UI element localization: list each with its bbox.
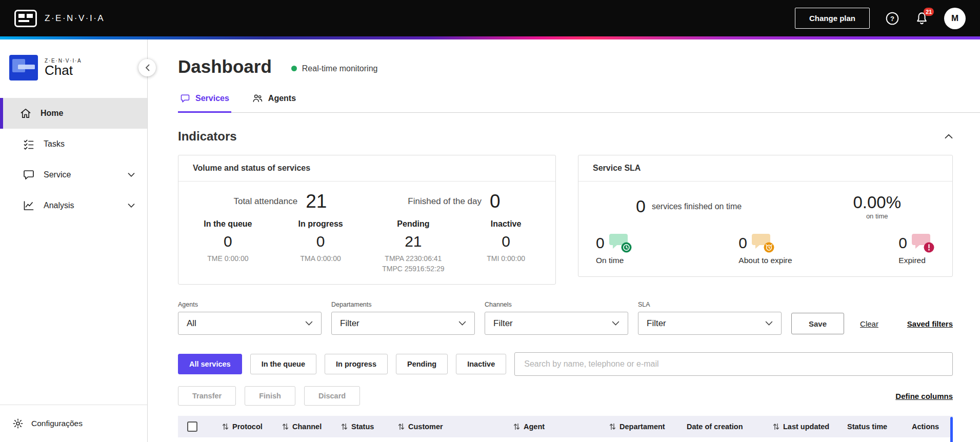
column-status[interactable]: Status bbox=[341, 423, 398, 431]
finish-button[interactable]: Finish bbox=[245, 386, 295, 406]
gear-icon bbox=[12, 418, 24, 429]
sla-percent-value: 0.00% bbox=[853, 193, 901, 212]
chevron-down-icon bbox=[128, 204, 135, 208]
column-label: Status time bbox=[847, 423, 887, 431]
change-plan-button[interactable]: Change plan bbox=[795, 8, 870, 29]
select-all-checkbox[interactable] bbox=[187, 421, 197, 432]
tab-inactive[interactable]: Inactive bbox=[456, 354, 506, 374]
sla-card-title: Service SLA bbox=[578, 155, 952, 182]
clear-filters-link[interactable]: Clear bbox=[860, 319, 878, 328]
column-last-updated[interactable]: Last updated bbox=[773, 423, 847, 431]
chat-product-logo: Z·E·N·V·I·A Chat bbox=[9, 55, 147, 81]
sla-item-value: 0 bbox=[898, 234, 907, 252]
about-to-expire-icon bbox=[750, 232, 775, 254]
select-value: Filter bbox=[340, 318, 359, 329]
tab-label: Services bbox=[195, 94, 229, 103]
chat-logo-product-text: Chat bbox=[45, 64, 82, 77]
brand-name: Z·E·N·V·I·A bbox=[45, 13, 105, 24]
zenvia-brand: Z·E·N·V·I·A bbox=[14, 10, 105, 27]
column-date-of-creation[interactable]: Date of creation bbox=[687, 423, 773, 431]
stat-value: 0 bbox=[459, 233, 552, 250]
column-label: Departament bbox=[619, 423, 665, 431]
sidebar-collapse-button[interactable] bbox=[138, 59, 156, 76]
saved-filters-link[interactable]: Saved filters bbox=[907, 319, 953, 328]
transfer-button[interactable]: Transfer bbox=[178, 386, 236, 406]
user-avatar[interactable]: M bbox=[944, 8, 966, 29]
volume-status-card: Volume and status of services Total atte… bbox=[178, 155, 556, 285]
indicators-section-title: Indicators bbox=[178, 129, 237, 144]
column-customer[interactable]: Customer bbox=[398, 423, 513, 431]
analysis-icon bbox=[23, 199, 35, 212]
tab-all-services[interactable]: All services bbox=[178, 354, 242, 374]
search-input[interactable] bbox=[514, 352, 953, 376]
tab-in-the-queue[interactable]: In the queue bbox=[250, 354, 316, 374]
sidebar-item-settings[interactable]: Configurações bbox=[0, 405, 147, 442]
tab-agents[interactable]: Agents bbox=[250, 93, 298, 113]
service-icon bbox=[23, 169, 35, 181]
agents-select[interactable]: All bbox=[178, 312, 322, 335]
sidebar-item-home[interactable]: Home bbox=[0, 98, 147, 129]
total-attendance: Total attendance 21 bbox=[233, 191, 327, 212]
sort-icon bbox=[609, 423, 616, 430]
tab-label: Agents bbox=[268, 94, 296, 103]
help-button[interactable]: ? bbox=[885, 11, 899, 26]
sla-finished-label: services finished on time bbox=[652, 202, 742, 211]
column-actions: Actions bbox=[912, 423, 953, 431]
sidebar-item-analysis[interactable]: Analysis bbox=[0, 190, 147, 221]
home-icon bbox=[19, 107, 32, 119]
agents-icon bbox=[252, 93, 263, 104]
save-filters-button[interactable]: Save bbox=[791, 313, 844, 334]
sidebar-item-label: Tasks bbox=[44, 139, 65, 149]
sla-finished-on-time: 0 services finished on time bbox=[636, 196, 742, 216]
tab-services[interactable]: Services bbox=[178, 93, 231, 113]
indicators-collapse-button[interactable] bbox=[945, 134, 953, 139]
total-attendance-label: Total attendance bbox=[233, 196, 297, 207]
monitoring-label: Real-time monitoring bbox=[302, 64, 378, 73]
column-departament[interactable]: Departament bbox=[609, 423, 687, 431]
sidebar-item-service[interactable]: Service bbox=[0, 159, 147, 190]
tab-pending[interactable]: Pending bbox=[396, 354, 448, 374]
settings-label: Configurações bbox=[31, 419, 83, 428]
sidebar-item-tasks[interactable]: Tasks bbox=[0, 129, 147, 159]
column-label: Actions bbox=[912, 423, 939, 431]
select-value: All bbox=[187, 318, 196, 329]
filter-sla: SLA Filter bbox=[638, 301, 782, 335]
column-channel[interactable]: Channel bbox=[282, 423, 341, 431]
stat-sub: TME 0:00:00 bbox=[182, 254, 274, 263]
sort-icon bbox=[341, 423, 348, 430]
departaments-select[interactable]: Filter bbox=[331, 312, 475, 335]
stat-sub: TMA 0:00:00 bbox=[274, 254, 367, 263]
notifications-button[interactable]: 21 bbox=[915, 11, 929, 25]
discard-button[interactable]: Discard bbox=[304, 386, 360, 406]
on-time-icon bbox=[608, 232, 632, 254]
tab-in-progress[interactable]: In progress bbox=[325, 354, 388, 374]
total-attendance-value: 21 bbox=[306, 191, 327, 212]
sla-select[interactable]: Filter bbox=[638, 312, 782, 335]
define-columns-link[interactable]: Define columns bbox=[895, 392, 953, 400]
svg-text:?: ? bbox=[890, 15, 894, 23]
main-content: Dashboard Real-time monitoring Services … bbox=[148, 39, 980, 442]
stat-pending: Pending 21 TMPA 2230:06:41 TMPC 25916:52… bbox=[367, 219, 460, 273]
filter-label: Agents bbox=[178, 301, 322, 308]
zenvia-logo-icon bbox=[14, 10, 37, 27]
stat-value: 0 bbox=[274, 233, 367, 250]
column-status-time[interactable]: Status time bbox=[847, 423, 912, 431]
column-protocol[interactable]: Protocol bbox=[222, 423, 282, 431]
notification-count-badge: 21 bbox=[924, 8, 934, 16]
channels-select[interactable]: Filter bbox=[485, 312, 628, 335]
finished-value: 0 bbox=[490, 191, 501, 212]
table-scrollbar[interactable] bbox=[950, 417, 953, 442]
sort-icon bbox=[513, 423, 520, 430]
chat-logo-icon bbox=[9, 55, 38, 81]
chevron-down-icon bbox=[612, 321, 619, 326]
sidebar-item-label: Service bbox=[44, 170, 71, 179]
volume-card-title: Volume and status of services bbox=[178, 155, 555, 182]
chevron-down-icon bbox=[128, 173, 135, 177]
column-agent[interactable]: Agent bbox=[513, 423, 609, 431]
sidebar-item-label: Home bbox=[41, 109, 63, 118]
filter-channels: Channels Filter bbox=[485, 301, 628, 335]
sla-item-label: Expired bbox=[898, 256, 935, 265]
select-value: Filter bbox=[493, 318, 513, 329]
sort-icon bbox=[773, 423, 779, 430]
sort-icon bbox=[222, 423, 229, 430]
